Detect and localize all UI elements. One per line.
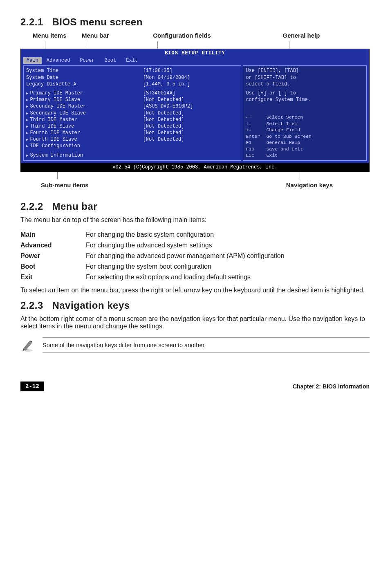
pointer-lines-bottom	[20, 172, 370, 179]
bios-field-value: [1.44M, 3.5 in.]	[143, 81, 239, 88]
bios-title: BIOS SETUP UTILITY	[21, 49, 369, 57]
bios-field-value: [ASUS DVD-E616P2]	[143, 103, 239, 110]
bios-menubar: Main Advanced Power Boot Exit	[21, 57, 369, 65]
bios-field-value: [Mon 04/19/2004]	[143, 74, 239, 81]
nav-key: ESC	[246, 152, 266, 159]
def-value: For changing the advanced system setting…	[86, 240, 370, 251]
def-key: Power	[20, 251, 86, 261]
bios-footer: v02.54 (C)Copyright 1985-2003, American …	[21, 163, 369, 171]
diagram-bottom-labels: Sub-menu items Navigation keys	[20, 182, 370, 189]
pointer-lines	[20, 41, 370, 49]
bios-field-value: [Not Detected]	[143, 136, 239, 143]
nav-key-desc: Save and Exit	[266, 146, 364, 153]
section-title: Menu bar	[52, 201, 97, 212]
label-menu-items: Menu items	[20, 32, 82, 39]
section-title: Navigation keys	[52, 300, 130, 311]
help-line: Use [+] or [-] to	[246, 90, 364, 97]
bios-help-text: Use [ENTER], [TAB] or [SHIFT-TAB] to sel…	[246, 67, 364, 103]
bios-submenu-item: System Information	[26, 152, 143, 159]
bios-field-label: Legacy Diskette A	[26, 81, 143, 88]
section-num: 2.2.1	[20, 16, 43, 27]
bios-field-value: [Not Detected]	[143, 110, 239, 117]
nav-key: ↑↓	[246, 121, 266, 127]
bios-screenshot: BIOS SETUP UTILITY Main Advanced Power B…	[20, 49, 370, 172]
label-sub-menu-items: Sub-menu items	[20, 182, 89, 189]
label-general-help: General help	[233, 32, 370, 39]
section-heading-222: 2.2.2 Menu bar	[20, 201, 370, 212]
bios-field-value: [17:08:35]	[143, 67, 239, 74]
bios-left-pane: System Time[17:08:35] System Date[Mon 04…	[23, 65, 241, 160]
pencil-icon	[20, 338, 35, 352]
section-num: 2.2.3	[20, 300, 43, 311]
diagram-top-labels: Menu items Menu bar Configuration fields…	[20, 32, 370, 39]
def-key: Exit	[20, 272, 86, 283]
help-line: configure System Time.	[246, 97, 364, 103]
nav-body: At the bottom right corner of a menu scr…	[20, 315, 370, 330]
def-key: Boot	[20, 261, 86, 272]
nav-key-desc: Select Screen	[266, 114, 364, 121]
nav-key-desc: General Help	[266, 139, 364, 146]
bios-submenu-item: Fourth IDE Slave	[26, 136, 143, 143]
bios-submenu-item: Secondary IDE Slave	[26, 110, 143, 117]
section-heading-221: 2.2.1 BIOS menu screen	[20, 16, 370, 28]
def-key: Advanced	[20, 240, 86, 251]
bios-submenu-item: Third IDE Master	[26, 117, 143, 123]
bios-submenu-item: Primary IDE Slave	[26, 97, 143, 103]
section-num: 2.2.2	[20, 201, 43, 212]
page-footer: 2-12 Chapter 2: BIOS Information	[20, 382, 370, 391]
nav-key: +-	[246, 127, 266, 133]
nav-key-desc: Go to Sub Screen	[266, 133, 364, 140]
bios-menu-advanced: Advanced	[42, 57, 75, 64]
def-value: For changing the advanced power manageme…	[86, 251, 370, 261]
bios-menu-exit: Exit	[121, 57, 143, 64]
def-key: Main	[20, 229, 86, 240]
page-number: 2-12	[20, 382, 44, 391]
bios-field-value: [Not Detected]	[143, 97, 239, 103]
bios-submenu-item: Third IDE Slave	[26, 123, 143, 130]
bios-field-value: [Not Detected]	[143, 123, 239, 130]
label-navigation-keys: Navigation keys	[286, 182, 370, 189]
nav-key: F1	[246, 139, 266, 146]
bios-submenu-item: Fourth IDE Master	[26, 130, 143, 136]
bios-field-value: [ST340014A]	[143, 90, 239, 97]
nav-key: F10	[246, 146, 266, 153]
def-value: For changing the system boot configurati…	[86, 261, 370, 272]
bios-menu-main: Main	[23, 57, 42, 64]
menu-definitions-table: MainFor changing the basic system config…	[20, 229, 370, 283]
label-menu-bar: Menu bar	[82, 32, 131, 39]
bios-field-label: System Time	[26, 67, 143, 74]
menubar-outro: To select an item on the menu bar, press…	[20, 287, 370, 294]
bios-submenu-item: Seconday IDE Master	[26, 103, 143, 110]
nav-key-desc: Select Item	[266, 121, 364, 127]
bios-help-pane: Use [ENTER], [TAB] or [SHIFT-TAB] to sel…	[243, 65, 367, 160]
help-line: select a field.	[246, 81, 364, 88]
label-configuration-fields: Configuration fields	[131, 32, 233, 39]
chapter-label: Chapter 2: BIOS Information	[293, 383, 370, 390]
bios-field-value	[143, 143, 239, 149]
help-line: or [SHIFT-TAB] to	[246, 74, 364, 81]
nav-key: Enter	[246, 133, 266, 140]
bios-menu-boot: Boot	[99, 57, 121, 64]
bios-diagram: Menu items Menu bar Configuration fields…	[20, 32, 370, 189]
section-title: BIOS menu screen	[52, 16, 142, 27]
nav-key-desc: Change Field	[266, 127, 364, 133]
nav-key-desc: Exit	[266, 152, 364, 159]
def-value: For selecting the exit options and loadi…	[86, 272, 370, 283]
help-line: Use [ENTER], [TAB]	[246, 67, 364, 74]
bios-menu-power: Power	[75, 57, 99, 64]
bios-field-value: [Not Detected]	[143, 117, 239, 123]
bios-field-label: System Date	[26, 74, 143, 81]
nav-key: ←→	[246, 114, 266, 121]
section-heading-223: 2.2.3 Navigation keys	[20, 300, 370, 311]
def-value: For changing the basic system configurat…	[86, 229, 370, 240]
bios-submenu-item: Primary IDE Master	[26, 90, 143, 97]
menubar-intro: The menu bar on top of the screen has th…	[20, 216, 370, 224]
bios-submenu-item: IDE Configuration	[26, 143, 143, 149]
bios-nav-keys: ←→Select Screen ↑↓Select Item +-Change F…	[246, 114, 364, 159]
bios-field-value: [Not Detected]	[143, 130, 239, 136]
note-box: Some of the navigation keys differ from …	[20, 337, 370, 353]
note-text: Some of the navigation keys differ from …	[43, 337, 370, 353]
